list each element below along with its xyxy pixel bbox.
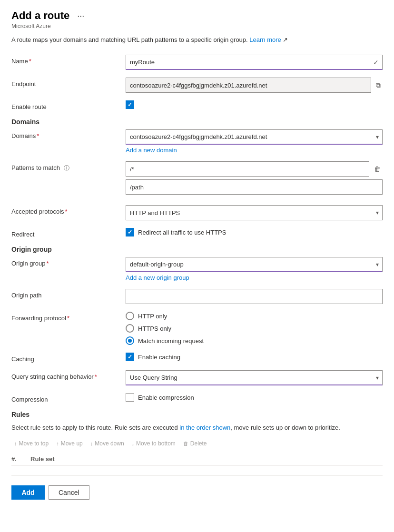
check-icon: ✓ — [373, 59, 379, 66]
name-input[interactable] — [126, 55, 383, 70]
redirect-label: Redirect — [11, 228, 126, 238]
move-down-button[interactable]: ↓ Move down — [88, 438, 127, 449]
endpoint-label: Endpoint — [11, 78, 126, 88]
caching-checkbox-label: Enable caching — [138, 354, 180, 361]
delete-pattern-1-button[interactable]: 🗑 — [372, 163, 383, 175]
origin-group-section-header: Origin group — [11, 246, 383, 253]
enable-route-label: Enable route — [11, 100, 126, 110]
more-options-icon[interactable]: ··· — [77, 11, 84, 21]
pattern-item-1: /* 🗑 — [126, 161, 383, 177]
pattern-item-2 — [126, 179, 383, 195]
radio-https-only[interactable]: HTTPS only — [126, 324, 383, 333]
rules-section-header: Rules — [11, 411, 383, 418]
compression-checkbox[interactable] — [126, 393, 134, 402]
rules-toolbar: ↑ Move to top ↑ Move up ↓ Move down ↓ Mo… — [11, 438, 383, 449]
caching-label: Caching — [11, 353, 126, 363]
forwarding-protocol-label: Forwarding protocol* — [11, 312, 126, 322]
caching-control: ✓ Enable caching — [126, 353, 383, 361]
page-description: A route maps your domains and matching U… — [11, 36, 383, 43]
page-subtitle: Microsoft Azure — [11, 23, 383, 30]
move-up-button[interactable]: ↑ Move up — [53, 438, 86, 449]
domains-section-header: Domains — [11, 118, 383, 126]
redirect-control: ✓ Redirect all traffic to use HTTPS — [126, 228, 383, 236]
pattern-input-2[interactable] — [126, 179, 383, 195]
accepted-protocols-control: HTTP and HTTPS HTTP only HTTPS only ▾ — [126, 205, 383, 220]
origin-path-input[interactable] — [126, 289, 383, 304]
rules-col-name: Rule set — [30, 455, 383, 463]
page-title: Add a route — [11, 10, 69, 22]
delete-icon: 🗑 — [183, 441, 188, 446]
learn-more-link[interactable]: Learn more — [249, 36, 281, 43]
forwarding-protocol-control: HTTP only HTTPS only Match incoming requ… — [126, 312, 383, 345]
origin-group-control: default-origin-group ▾ Add a new origin … — [126, 257, 383, 281]
add-button[interactable]: Add — [11, 485, 45, 500]
compression-checkbox-label: Enable compression — [138, 394, 194, 401]
rules-description: Select rule sets to apply to this route.… — [11, 423, 383, 433]
domains-select[interactable]: contosoazure2-c4fggsfbgjgmdehk.z01.azure… — [126, 129, 383, 145]
radio-match-incoming[interactable]: Match incoming request — [126, 336, 383, 345]
pattern-value-1: /* — [126, 161, 369, 177]
accepted-protocols-label: Accepted protocols* — [11, 205, 126, 215]
origin-path-control — [126, 289, 383, 304]
copy-endpoint-button[interactable]: ⧉ — [374, 79, 383, 91]
move-up-icon: ↑ — [56, 441, 59, 446]
footer-divider — [11, 475, 383, 476]
rules-section: Rules Select rule sets to apply to this … — [11, 411, 383, 466]
name-label: Name* — [11, 55, 126, 65]
origin-group-label: Origin group* — [11, 257, 126, 267]
compression-control: Enable compression — [126, 393, 383, 402]
endpoint-field-wrapper: ⧉ — [126, 78, 383, 93]
add-origin-group-link[interactable]: Add a new origin group — [126, 274, 189, 281]
add-domain-link[interactable]: Add a new domain — [126, 147, 177, 154]
move-down-icon: ↓ — [90, 441, 93, 446]
endpoint-input — [126, 78, 371, 93]
delete-button[interactable]: 🗑 Delete — [180, 438, 210, 449]
origin-group-select[interactable]: default-origin-group — [126, 257, 383, 272]
compression-label: Compression — [11, 393, 126, 403]
query-string-control: Use Query String Ignore Query String Ign… — [126, 370, 383, 385]
move-to-top-icon: ↑ — [14, 441, 17, 446]
query-string-label: Query string caching behavior* — [11, 370, 126, 380]
domains-control: contosoazure2-c4fggsfbgjgmdehk.z01.azure… — [126, 129, 383, 154]
patterns-info-icon[interactable]: ⓘ — [64, 165, 69, 171]
redirect-checkbox-label: Redirect all traffic to use HTTPS — [138, 229, 226, 236]
enable-route-control: ✓ — [126, 100, 383, 109]
footer-buttons: Add Cancel — [11, 485, 383, 500]
radio-http-only[interactable]: HTTP only — [126, 312, 383, 320]
accepted-protocols-select[interactable]: HTTP and HTTPS HTTP only HTTPS only — [126, 205, 383, 220]
domains-label: Domains* — [11, 129, 126, 139]
patterns-control: /* 🗑 — [126, 161, 383, 197]
move-to-bottom-button[interactable]: ↓ Move to bottom — [129, 438, 178, 449]
query-string-select[interactable]: Use Query String Ignore Query String Ign… — [126, 370, 383, 385]
redirect-checkbox[interactable]: ✓ — [126, 228, 134, 236]
cancel-button[interactable]: Cancel — [49, 485, 89, 500]
enable-route-checkbox[interactable]: ✓ — [126, 100, 134, 109]
move-to-top-button[interactable]: ↑ Move to top — [11, 438, 51, 449]
origin-path-label: Origin path — [11, 289, 126, 299]
patterns-label: Patterns to match ⓘ — [11, 161, 126, 172]
name-field-wrapper: ✓ — [126, 55, 383, 70]
rules-table-header: #. Rule set — [11, 453, 383, 466]
rules-col-num: #. — [11, 455, 30, 463]
move-to-bottom-icon: ↓ — [132, 441, 135, 446]
forwarding-protocol-radio-group: HTTP only HTTPS only Match incoming requ… — [126, 312, 383, 345]
caching-checkbox[interactable]: ✓ — [126, 353, 134, 361]
